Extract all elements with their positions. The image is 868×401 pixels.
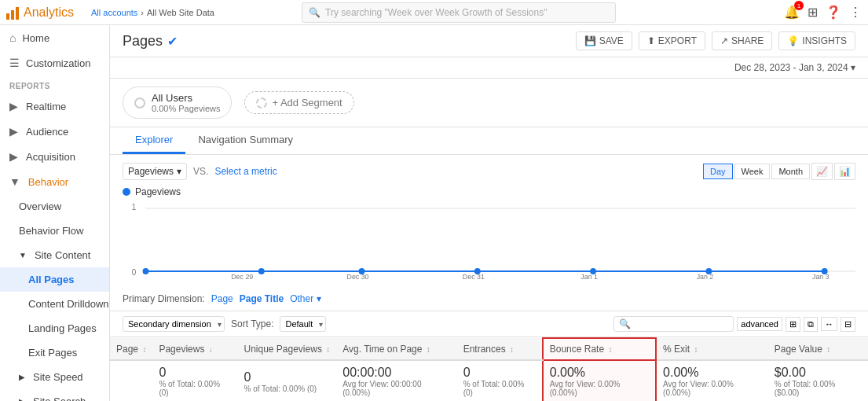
- sidebar-item-exit-pages[interactable]: Exit Pages: [0, 340, 109, 365]
- sidebar-item-all-pages[interactable]: All Pages: [0, 267, 109, 292]
- svg-text:Jan 2: Jan 2: [697, 273, 714, 279]
- sidebar-item-acquisition[interactable]: ▶ Acquisition: [0, 144, 109, 169]
- legend-color: [123, 188, 130, 196]
- col-page-label: Page: [116, 344, 138, 355]
- tab-explorer[interactable]: Explorer: [123, 127, 185, 154]
- col-value-sort-icon: ↕: [826, 345, 830, 354]
- sidebar-item-content-drilldown[interactable]: Content Drilldown: [0, 292, 109, 316]
- export-label: EXPORT: [658, 35, 697, 46]
- sidebar-item-realtime[interactable]: ▶ Realtime: [0, 94, 109, 119]
- help-button[interactable]: ❓: [826, 5, 841, 20]
- sidebar-label-site-content: Site Content: [35, 249, 91, 261]
- segment-color-dot: [134, 97, 145, 109]
- save-button[interactable]: 💾 SAVE: [576, 31, 632, 50]
- dimension-other[interactable]: Other ▾: [290, 293, 320, 304]
- filter-left: Secondary dimension Sort Type: Default: [123, 316, 326, 332]
- dimension-page[interactable]: Page: [211, 293, 233, 304]
- search-icon: 🔍: [309, 7, 320, 18]
- filter-row: Secondary dimension Sort Type: Default 🔍…: [110, 311, 868, 337]
- metric-selector[interactable]: Pageviews ▾: [123, 163, 187, 180]
- sidebar-item-behavior[interactable]: ▼ Behavior: [0, 169, 109, 194]
- sidebar-item-site-content[interactable]: ▼ Site Content: [0, 243, 109, 267]
- share-button[interactable]: ↗ SHARE: [712, 31, 772, 50]
- add-segment-dot: [256, 97, 267, 109]
- sidebar-item-overview[interactable]: Overview: [0, 194, 109, 219]
- chart-controls: Pageviews ▾ VS. Select a metric Day Week…: [123, 163, 855, 180]
- verified-icon: ✔: [167, 34, 178, 49]
- add-segment-button[interactable]: + Add Segment: [244, 91, 353, 114]
- sidebar-item-customization[interactable]: ☰ Customization: [0, 50, 109, 75]
- site-speed-expand-icon: ▶: [19, 373, 25, 381]
- week-button[interactable]: Week: [734, 164, 771, 179]
- col-pageviews[interactable]: Pageviews ↓: [152, 338, 237, 360]
- col-unique-sort-icon: ↕: [326, 345, 330, 354]
- col-entrances[interactable]: Entrances ↕: [457, 338, 543, 360]
- home-icon: ⌂: [9, 31, 16, 44]
- tab-navigation-label: Navigation Summary: [198, 134, 293, 145]
- dimension-page-title[interactable]: Page Title: [240, 293, 284, 304]
- col-page-value[interactable]: Page Value ↕: [768, 338, 868, 360]
- line-chart-button[interactable]: 📈: [811, 163, 833, 180]
- svg-text:1: 1: [132, 203, 137, 212]
- sidebar-item-site-search[interactable]: ▶ Site Search: [0, 389, 109, 401]
- sort-type-wrap[interactable]: Default: [280, 316, 326, 332]
- col-pageviews-label: Pageviews: [159, 344, 204, 355]
- select-metric-link[interactable]: Select a metric: [214, 166, 277, 177]
- advanced-filter-button[interactable]: advanced: [737, 317, 782, 331]
- total-pct-exit: 0.00% Avg for View: 0.00% (0.00%): [656, 360, 768, 401]
- col-bounce-sort-icon: ↕: [608, 345, 612, 354]
- page-title-text: Pages: [123, 33, 163, 50]
- sidebar-item-landing-pages[interactable]: Landing Pages: [0, 316, 109, 340]
- sidebar-section-reports: REPORTS: [0, 75, 109, 94]
- sidebar-label-customization: Customization: [26, 57, 90, 69]
- share-icon: ↗: [720, 35, 728, 46]
- export-button[interactable]: ⬆ EXPORT: [639, 31, 705, 50]
- sidebar-item-site-speed[interactable]: ▶ Site Speed: [0, 365, 109, 389]
- sidebar-label-site-speed: Site Speed: [33, 371, 83, 383]
- breadcrumb-property: All Web Site Data: [147, 8, 214, 17]
- search-bar[interactable]: 🔍 Try searching "Week over Week Growth o…: [302, 2, 616, 23]
- tab-navigation-summary[interactable]: Navigation Summary: [185, 127, 306, 154]
- secondary-dimension-wrap[interactable]: Secondary dimension: [123, 316, 225, 332]
- month-button[interactable]: Month: [771, 164, 810, 179]
- sidebar-label-content-drilldown: Content Drilldown: [28, 298, 109, 310]
- grid-icon: ⊞: [808, 6, 818, 19]
- question-icon: ❓: [826, 6, 841, 19]
- col-unique-pageviews[interactable]: Unique Pageviews ↕: [237, 338, 336, 360]
- site-search-expand-icon: ▶: [19, 397, 25, 401]
- col-page[interactable]: Page ↕: [110, 338, 152, 360]
- filter-search-input[interactable]: [634, 319, 728, 329]
- sort-type-select[interactable]: Default: [280, 316, 326, 332]
- segment-all-users[interactable]: All Users 0.00% Pageviews: [123, 86, 232, 119]
- sort-type-label: Sort Type:: [231, 318, 273, 329]
- site-content-expand-icon: ▼: [19, 251, 27, 259]
- breadcrumb-all-accounts[interactable]: All accounts: [91, 8, 137, 17]
- settings-button[interactable]: ⊟: [841, 317, 855, 332]
- notifications-button[interactable]: 🔔 1: [784, 5, 800, 20]
- insights-button[interactable]: 💡 INSIGHTS: [778, 31, 855, 50]
- total-entrances: 0 % of Total: 0.00% (0): [457, 360, 543, 401]
- filter-right: 🔍 advanced ⊞ ⧉ ↔ ⊟: [613, 316, 855, 332]
- sidebar-item-audience[interactable]: ▶ Audience: [0, 119, 109, 144]
- col-avg-time[interactable]: Avg. Time on Page ↕: [336, 338, 456, 360]
- col-bounce-rate[interactable]: Bounce Rate ↕: [543, 338, 656, 360]
- col-unique-label: Unique Pageviews: [244, 344, 321, 355]
- secondary-dimension-select[interactable]: Secondary dimension: [123, 316, 225, 332]
- pivot-button[interactable]: ↔: [821, 317, 837, 331]
- table-view-button[interactable]: ⊞: [786, 317, 800, 332]
- export-icon: ⬆: [647, 35, 655, 46]
- col-pct-exit[interactable]: % Exit ↕: [656, 338, 768, 360]
- segment-name: All Users: [152, 92, 220, 104]
- sidebar-label-landing-pages: Landing Pages: [28, 322, 97, 334]
- total-avg-time: 00:00:00 Avg for View: 00:00:00 (0.00%): [336, 360, 456, 401]
- analytics-bar-icon: [6, 6, 19, 20]
- date-range[interactable]: Dec 28, 2023 - Jan 3, 2024 ▾: [110, 57, 868, 79]
- bar-chart-button[interactable]: 📊: [834, 163, 855, 180]
- sidebar-item-home[interactable]: ⌂ Home: [0, 25, 109, 50]
- sidebar-item-behavior-flow[interactable]: Behavior Flow: [0, 219, 109, 243]
- comparison-button[interactable]: ⧉: [804, 317, 818, 332]
- apps-button[interactable]: ⊞: [808, 5, 818, 20]
- more-options-button[interactable]: ⋮: [849, 5, 862, 20]
- search-filter[interactable]: 🔍: [613, 316, 734, 332]
- day-button[interactable]: Day: [703, 164, 733, 179]
